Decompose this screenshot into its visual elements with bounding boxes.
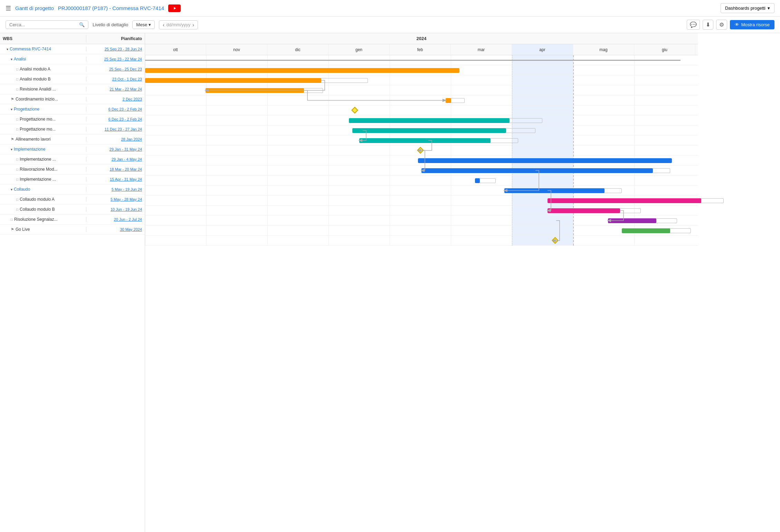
- gantt-month-mar: mar: [451, 44, 512, 55]
- gantt-bar-thin: [145, 60, 681, 61]
- row-name-text: Collaudo modulo A: [20, 197, 55, 202]
- top-bar: ☰ Gantt di progetto PRJ00000187 (P187) -…: [0, 0, 780, 17]
- wbs-row-dates: 30 May 2024: [86, 227, 145, 231]
- wbs-row: ▾Implementazione29 Jan - 31 May 24: [0, 144, 145, 154]
- wbs-row-name: □Collaudo modulo B: [0, 207, 86, 212]
- wbs-row-dates: 20 Jun - 2 Jul 24: [86, 217, 145, 221]
- youtube-button[interactable]: [168, 4, 181, 12]
- wbs-row-name: □Analisi modulo B: [0, 77, 86, 82]
- wbs-row: □Implementazione ...15 Apr - 31 May 24: [0, 174, 145, 184]
- wbs-row-dates: 6 Dec 23 - 2 Feb 24: [86, 117, 145, 121]
- gantt-bar: [349, 118, 510, 123]
- mostra-risorse-button[interactable]: 👁 Mostra risorse: [730, 20, 774, 29]
- mese-label: Mese: [136, 22, 147, 27]
- row-name-text: Analisi modulo A: [20, 67, 50, 72]
- gantt-month-ott: ott: [145, 44, 206, 55]
- wbs-row-name: □Revisione Analidi ...: [0, 87, 86, 92]
- gantt-bar: [359, 138, 491, 143]
- toolbar-icons: 💬 ⬇ ⚙ 👁 Mostra risorse: [687, 20, 774, 30]
- row-name-text: Collaudo: [14, 187, 30, 192]
- top-bar-right: Dashboards progetti ▾: [721, 3, 774, 13]
- project-subtitle: PRJ00000187 (P187) - Commessa RVC-7414: [58, 5, 164, 11]
- expand-icon: ▾: [11, 107, 12, 111]
- date-prev-button[interactable]: ‹: [163, 22, 164, 28]
- gantt-chart-area: [145, 55, 698, 246]
- wbs-row: ⚑Allineamento lavori28 Jan 2024: [0, 134, 145, 144]
- gantt-row-line: [145, 225, 698, 226]
- search-icon[interactable]: 🔍: [79, 22, 85, 27]
- main-container: WBS Pianificato ▾Commessa RVC-741425 Sep…: [0, 33, 780, 532]
- gantt-bar: [622, 228, 670, 233]
- wbs-row: □Risoluzione Segnalaz...20 Jun - 2 Jul 2…: [0, 215, 145, 225]
- month-col-line-gen: [329, 55, 329, 246]
- gantt-month-giu: giu: [634, 44, 695, 55]
- row-name-text: Analisi modulo B: [20, 77, 50, 82]
- search-input[interactable]: [9, 22, 77, 27]
- gantt-row-line: [145, 125, 698, 125]
- wbs-row: □Implementazione ...29 Jan - 4 May 24: [0, 154, 145, 164]
- month-col-line-mar: [451, 55, 451, 246]
- wbs-col-header: WBS: [0, 35, 86, 42]
- wbs-row-dates: 10 Jun - 19 Jun 24: [86, 207, 145, 211]
- settings-icon-button[interactable]: ⚙: [716, 20, 727, 30]
- wbs-row: □Rilavorazione Mod...18 Mar - 20 Mar 24: [0, 164, 145, 174]
- expand-icon: ▾: [11, 148, 12, 151]
- gantt-row-line: [145, 175, 698, 175]
- gantt-row-line: [145, 85, 698, 85]
- search-box[interactable]: 🔍: [6, 20, 88, 29]
- wbs-row-name: ⚑Go Live: [0, 227, 86, 232]
- wbs-row: □Analisi modulo B23 Oct - 1 Dec 23: [0, 74, 145, 84]
- milestone-icon: ⚑: [11, 97, 14, 102]
- gantt-month-gen: gen: [329, 44, 390, 55]
- gantt-month-dic: dic: [267, 44, 329, 55]
- gantt-bar: [446, 98, 451, 103]
- row-name-text: Risoluzione Segnalaz...: [14, 217, 57, 222]
- gantt-row-line: [145, 115, 698, 115]
- wbs-row-dates: 25 Sep - 25 Dec 23: [86, 67, 145, 71]
- row-name-text: Progettazione: [14, 107, 39, 112]
- gantt-row-line: [145, 195, 698, 196]
- row-name-text: Go Live: [16, 227, 30, 232]
- gantt-panel[interactable]: 2024 ottnovdicgenfebmaraprmaggiu: [145, 33, 780, 532]
- wbs-row-dates: 5 May - 19 Jun 24: [86, 187, 145, 191]
- expand-icon: ▾: [11, 188, 12, 191]
- month-col-line-dic: [267, 55, 268, 246]
- row-name-text: Coordinamento inizio...: [16, 97, 58, 102]
- wbs-row-dates: 25 Sep 23 - 22 Mar 24: [86, 57, 145, 61]
- hamburger-icon[interactable]: ☰: [6, 4, 11, 12]
- gantt-row-line: [145, 215, 698, 216]
- mese-select[interactable]: Mese ▾: [132, 20, 155, 29]
- wbs-row: ▾Commessa RVC-741425 Sep 23 - 28 Jun 24: [0, 44, 145, 54]
- wbs-row: ▾Collaudo5 May - 19 Jun 24: [0, 184, 145, 194]
- month-col-line-nov: [206, 55, 207, 246]
- row-name-text: Collaudo modulo B: [20, 207, 55, 212]
- wbs-row: □Revisione Analidi ...21 Mar - 22 Mar 24: [0, 84, 145, 94]
- wbs-row-name: □Risoluzione Segnalaz...: [0, 217, 86, 222]
- wbs-row-dates: 29 Jan - 4 May 24: [86, 157, 145, 161]
- gantt-row-line: [145, 165, 698, 165]
- gantt-bar: [352, 128, 506, 133]
- row-name-text: Implementazione: [14, 147, 45, 152]
- chevron-down-icon: ▾: [768, 6, 770, 11]
- task-icon: □: [16, 198, 18, 201]
- wbs-rows-container: ▾Commessa RVC-741425 Sep 23 - 28 Jun 24▾…: [0, 44, 145, 235]
- wbs-row: □Progettazione mo...11 Dec 23 - 27 Jan 2…: [0, 124, 145, 134]
- download-icon-button[interactable]: ⬇: [703, 20, 713, 30]
- gantt-month-mag: mag: [573, 44, 634, 55]
- livello-label: Livello di dettaglio: [93, 22, 128, 27]
- dashboards-button[interactable]: Dashboards progetti ▾: [721, 3, 774, 13]
- date-next-button[interactable]: ›: [192, 22, 194, 28]
- wbs-row-dates: 29 Jan - 31 May 24: [86, 147, 145, 151]
- gantt-bar: [421, 168, 653, 173]
- milestone-icon: ⚑: [11, 227, 14, 232]
- row-name-text: Commessa RVC-7414: [10, 47, 51, 51]
- milestone-diamond: [351, 107, 358, 114]
- gantt-headers: 2024 ottnovdicgenfebmaraprmaggiu: [145, 33, 698, 55]
- month-col-line-giu: [634, 55, 635, 246]
- task-icon: □: [16, 127, 18, 131]
- gantt-year-row: 2024: [145, 33, 698, 44]
- gantt-bar: [206, 88, 304, 93]
- gantt-row-line: [145, 95, 698, 95]
- wbs-row-dates: 25 Sep 23 - 28 Jun 24: [86, 47, 145, 51]
- comment-icon-button[interactable]: 💬: [687, 20, 700, 30]
